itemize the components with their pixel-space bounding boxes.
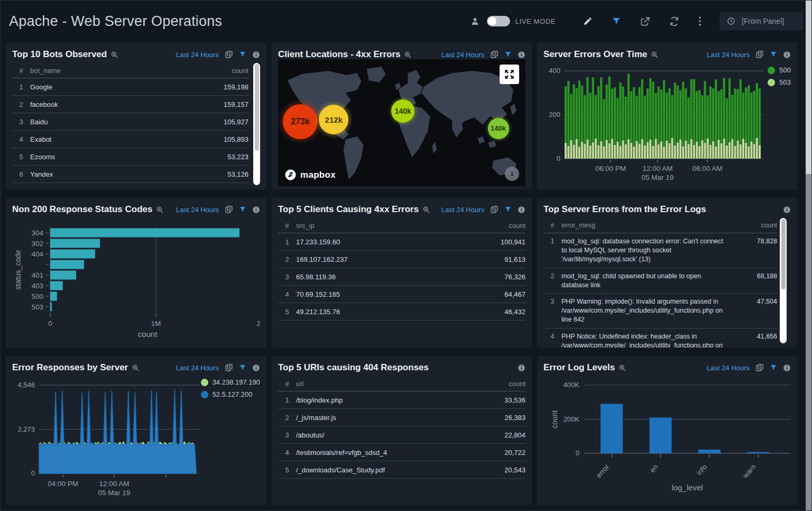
svg-text:12:00 AM: 12:00 AM <box>99 480 129 488</box>
table-row: 470.69.152.16564,467 <box>278 286 525 303</box>
time-range-link[interactable]: Last 24 Hours <box>707 364 750 372</box>
table-cell: 5 <box>278 466 296 474</box>
info-icon[interactable] <box>783 206 791 214</box>
table-row: 3PHP Warning: implode(): Invalid argumen… <box>543 294 777 328</box>
legend-dot <box>768 67 775 74</box>
copy-icon[interactable] <box>755 363 764 372</box>
info-icon[interactable] <box>783 51 791 59</box>
table-header: #error_mesgcount <box>543 218 777 233</box>
time-range-link[interactable]: Last 24 Hours <box>176 206 219 214</box>
legend-dot <box>768 79 775 86</box>
mapbox-logo[interactable]: mapbox <box>284 169 336 181</box>
copy-icon[interactable] <box>225 363 233 372</box>
log-levels-chart[interactable]: 0200K400Kerroreninfowarncountlog_level <box>543 376 791 500</box>
info-icon[interactable] <box>783 364 791 372</box>
panel-filter-icon[interactable] <box>239 206 246 213</box>
map-info-button[interactable]: i <box>505 167 519 181</box>
map-bubble[interactable]: 140k <box>488 118 509 139</box>
table-row: 1/blog/index.php33,536 <box>278 391 525 409</box>
user-icon <box>470 17 479 26</box>
bubble-label: 273k <box>291 117 310 126</box>
table-row: 117.233.159.60100,941 <box>278 233 525 251</box>
kebab-menu-icon[interactable] <box>698 16 702 26</box>
table-row: 2mod_log_sql: child spawned but unable t… <box>543 268 777 294</box>
table-cell: /testimonials/ref=vfgb_sdsd_4 <box>296 449 483 457</box>
zoom-in-icon[interactable] <box>422 206 430 214</box>
table-cell: 76,326 <box>483 273 525 281</box>
dashboard-window: Apache - Web Server Operations LIVE MODE… <box>0 0 812 511</box>
legend-item: 52.5.127.200 <box>201 390 260 398</box>
scrollbar-thumb[interactable] <box>255 64 259 151</box>
chart-legend: 34.238.197.19052.5.127.200 <box>201 378 260 398</box>
copy-icon[interactable] <box>755 50 764 59</box>
chart-legend: 500503 <box>768 66 791 86</box>
table-cell: PHP Notice: Undefined index: header_clas… <box>561 332 735 348</box>
panel-filter-icon[interactable] <box>770 364 777 371</box>
table-cell: 70.69.152.165 <box>296 290 483 298</box>
panel-scrollbar[interactable] <box>780 218 787 343</box>
page-scrollbar-thumb[interactable] <box>806 1 811 174</box>
refresh-icon[interactable] <box>669 16 679 26</box>
page-scrollbar[interactable] <box>806 1 811 510</box>
time-range-link[interactable]: Last 24 Hours <box>176 364 219 372</box>
info-icon[interactable] <box>518 206 525 214</box>
info-icon[interactable] <box>252 51 260 59</box>
col-header-name: src_ip <box>296 222 483 230</box>
info-icon[interactable] <box>252 206 260 214</box>
panel-filter-icon[interactable] <box>239 51 246 58</box>
copy-icon[interactable] <box>490 205 499 214</box>
panel-filter-icon[interactable] <box>770 51 777 58</box>
table-cell: 4 <box>278 449 296 457</box>
panel-filter-icon[interactable] <box>504 206 512 213</box>
legend-item: 34.238.197.190 <box>201 378 260 386</box>
zoom-in-icon[interactable] <box>404 51 412 59</box>
expand-arrows-icon <box>503 68 515 80</box>
share-icon[interactable] <box>640 16 650 26</box>
zoom-in-icon[interactable] <box>651 51 659 59</box>
zoom-in-icon[interactable] <box>619 364 626 372</box>
status-codes-chart[interactable]: 01M2M304302404401403500503status_codecou… <box>12 218 260 343</box>
panel-filter-icon[interactable] <box>239 364 246 371</box>
panel-title: Server Errors Over Time <box>543 49 647 60</box>
table-cell: 20,722 <box>483 449 525 457</box>
panel-scrollbar[interactable] <box>253 63 260 185</box>
table-cell: 49.212.135.76 <box>296 308 483 316</box>
panel-title: Non 200 Response Status Codes <box>12 204 152 215</box>
time-range-link[interactable]: Last 24 Hours <box>707 51 750 59</box>
server-errors-chart[interactable]: 020040006:00 PM12:00 AM05 Mar 1906:00 AM <box>543 63 791 185</box>
edit-pencil-icon[interactable] <box>583 16 593 26</box>
info-icon[interactable] <box>252 364 260 372</box>
legend-label: 503 <box>779 78 791 86</box>
uris-table: #urlcount1/blog/index.php33,5362/_js/mas… <box>278 376 525 479</box>
world-map[interactable]: mapbox i 273k212k140k140k <box>278 59 525 186</box>
svg-text:200: 200 <box>549 111 560 118</box>
table-cell: 3 <box>278 431 296 439</box>
map-bubble[interactable]: 140k <box>391 99 414 123</box>
map-bubble[interactable]: 212k <box>319 105 348 134</box>
legend-label: 52.5.127.200 <box>213 390 253 398</box>
time-range-selector[interactable]: [From Panel] <box>719 12 803 30</box>
info-icon[interactable] <box>518 364 525 372</box>
panel-filter-icon[interactable] <box>504 51 512 58</box>
copy-icon[interactable] <box>490 50 499 59</box>
scrollbar-thumb[interactable] <box>781 219 786 289</box>
zoom-in-icon[interactable] <box>132 364 140 372</box>
table-cell: 5 <box>12 153 30 161</box>
filter-icon[interactable] <box>612 16 621 26</box>
copy-icon[interactable] <box>225 50 233 59</box>
copy-icon[interactable] <box>225 205 233 214</box>
info-icon[interactable] <box>518 51 525 59</box>
col-header-index: # <box>543 222 561 229</box>
zoom-in-icon[interactable] <box>156 206 164 214</box>
table-cell: 5 <box>278 308 296 316</box>
svg-text:302: 302 <box>31 240 43 248</box>
live-mode-toggle[interactable] <box>487 16 510 26</box>
time-range-link[interactable]: Last 24 Hours <box>441 206 484 214</box>
time-range-link[interactable]: Last 24 Hours <box>176 51 219 59</box>
table-cell: Google <box>30 83 206 91</box>
map-bubble[interactable]: 273k <box>283 104 318 139</box>
time-range-link[interactable]: Last 24 Hours <box>441 51 484 59</box>
map-expand-button[interactable] <box>500 65 519 84</box>
zoom-in-icon[interactable] <box>110 51 118 59</box>
table-cell: 3 <box>543 297 561 306</box>
